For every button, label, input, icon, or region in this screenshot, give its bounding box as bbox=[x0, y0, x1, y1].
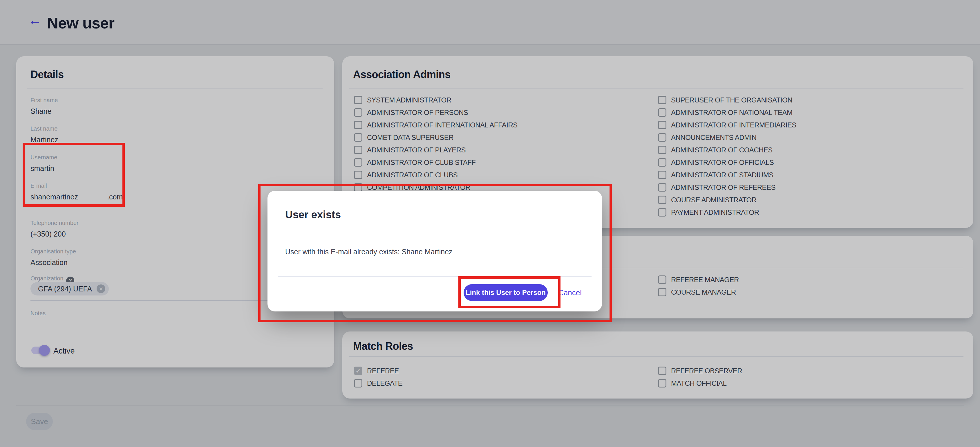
annotation-box-link-button bbox=[458, 276, 560, 308]
annotation-box-username-email bbox=[22, 143, 125, 207]
page: ← New user Details First name Shane Last… bbox=[0, 0, 980, 447]
